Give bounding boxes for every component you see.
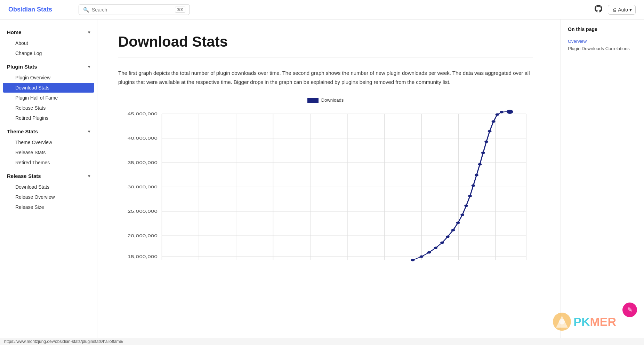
svg-text:15,000,000: 15,000,000 [128, 254, 158, 259]
nav-section-label-home: Home [7, 29, 22, 35]
chevron-down-icon: ▾ [629, 7, 632, 13]
nav-item-changelog[interactable]: Change Log [3, 48, 94, 58]
svg-text:25,000,000: 25,000,000 [128, 209, 158, 213]
svg-text:20,000,000: 20,000,000 [128, 234, 158, 238]
chart-svg: 45,000,000 40,000,000 35,000,000 30,000,… [118, 107, 533, 267]
float-icon: ✎ [627, 306, 633, 314]
theme-label: Auto [618, 7, 628, 13]
page-title: Download Stats [118, 33, 533, 57]
float-button[interactable]: ✎ [622, 303, 637, 317]
chart-container: Downloads [118, 97, 533, 267]
nav-section-label-plugin-stats: Plugin Stats [7, 64, 37, 70]
svg-point-35 [468, 195, 472, 197]
chevron-release-stats: ▾ [88, 174, 90, 179]
nav-item-theme-release-stats[interactable]: Release Stats [3, 148, 94, 157]
svg-point-27 [427, 251, 431, 254]
right-panel: On this page Overview Plugin Downloads C… [561, 19, 644, 345]
topnav: Obsidian Stats 🔍 ⌘K 🖨 Auto ▾ [0, 0, 644, 19]
nav-item-retired-plugins[interactable]: Retired Plugins [3, 113, 94, 123]
svg-point-41 [488, 130, 492, 133]
svg-point-32 [456, 222, 460, 224]
search-icon: 🔍 [83, 7, 89, 13]
svg-point-33 [460, 214, 464, 216]
svg-point-28 [434, 247, 437, 249]
chart-legend: Downloads [118, 97, 533, 103]
chevron-theme-stats: ▾ [88, 129, 90, 134]
svg-point-26 [420, 256, 424, 258]
legend-color-box [307, 98, 319, 103]
nav-section-theme-stats: Theme Stats ▾ Theme Overview Release Sta… [0, 126, 97, 167]
svg-point-39 [481, 152, 485, 154]
svg-point-34 [464, 205, 468, 207]
nav-item-release-overview[interactable]: Release Overview [3, 192, 94, 202]
svg-text:35,000,000: 35,000,000 [128, 160, 158, 165]
theme-selector[interactable]: 🖨 Auto ▾ [608, 5, 636, 15]
statusbar: https://www.moritzjung.dev/obsidian-stat… [0, 338, 644, 345]
nav-section-header-home[interactable]: Home ▾ [0, 26, 97, 38]
main-content: Download Stats The first graph depicts t… [97, 19, 554, 345]
svg-point-43 [496, 113, 499, 116]
toc-item-correlations[interactable]: Plugin Downloads Correlations [568, 45, 637, 52]
nav-section-label-release-stats: Release Stats [7, 173, 41, 179]
nav-section-label-theme-stats: Theme Stats [7, 128, 38, 134]
page-description: The first graph depicts the total number… [118, 69, 533, 86]
nav-item-theme-overview[interactable]: Theme Overview [3, 138, 94, 147]
chart-area: 45,000,000 40,000,000 35,000,000 30,000,… [118, 107, 533, 267]
svg-text:40,000,000: 40,000,000 [128, 136, 158, 140]
nav-item-plugin-hof[interactable]: Plugin Hall of Fame [3, 93, 94, 103]
svg-point-30 [446, 236, 450, 238]
search-kbd: ⌘K [175, 7, 185, 13]
nav-item-plugin-release-stats[interactable]: Release Stats [3, 103, 94, 113]
svg-text:30,000,000: 30,000,000 [128, 185, 158, 189]
nav-item-retired-themes[interactable]: Retired Themes [3, 158, 94, 167]
svg-text:45,000,000: 45,000,000 [128, 112, 158, 116]
svg-point-37 [475, 174, 478, 177]
app-logo[interactable]: Obsidian Stats [8, 6, 52, 13]
svg-point-38 [478, 163, 482, 166]
search-box[interactable]: 🔍 ⌘K [79, 4, 190, 15]
legend-label: Downloads [321, 97, 344, 103]
svg-point-25 [411, 259, 414, 261]
chevron-plugin-stats: ▾ [88, 64, 90, 69]
status-url: https://www.moritzjung.dev/obsidian-stat… [4, 339, 123, 344]
svg-point-31 [451, 229, 455, 232]
nav-right: 🖨 Auto ▾ [595, 5, 636, 15]
nav-section-home: Home ▾ About Change Log [0, 26, 97, 58]
github-icon[interactable] [595, 5, 602, 15]
svg-point-45 [507, 110, 513, 114]
svg-point-36 [472, 185, 475, 187]
nav-item-download-stats[interactable]: Download Stats [3, 83, 94, 93]
nav-item-release-size[interactable]: Release Size [3, 202, 94, 212]
nav-section-header-plugin-stats[interactable]: Plugin Stats ▾ [0, 61, 97, 72]
svg-point-40 [484, 141, 488, 143]
svg-point-42 [492, 120, 496, 123]
toc-item-overview[interactable]: Overview [568, 38, 637, 45]
nav-section-header-theme-stats[interactable]: Theme Stats ▾ [0, 126, 97, 137]
theme-icon: 🖨 [612, 7, 617, 13]
chevron-home: ▾ [88, 30, 90, 35]
svg-point-29 [440, 242, 444, 244]
on-this-page-title: On this page [568, 26, 637, 32]
nav-section-header-release-stats[interactable]: Release Stats ▾ [0, 170, 97, 182]
sidebar: Home ▾ About Change Log Plugin Stats ▾ P… [0, 19, 97, 345]
layout: Home ▾ About Change Log Plugin Stats ▾ P… [0, 19, 644, 345]
search-input[interactable] [92, 7, 172, 13]
nav-item-plugin-overview[interactable]: Plugin Overview [3, 73, 94, 83]
svg-point-44 [500, 111, 504, 113]
nav-section-plugin-stats: Plugin Stats ▾ Plugin Overview Download … [0, 61, 97, 123]
nav-item-release-download-stats[interactable]: Download Stats [3, 182, 94, 192]
nav-item-about[interactable]: About [3, 38, 94, 48]
nav-section-release-stats: Release Stats ▾ Download Stats Release O… [0, 170, 97, 212]
